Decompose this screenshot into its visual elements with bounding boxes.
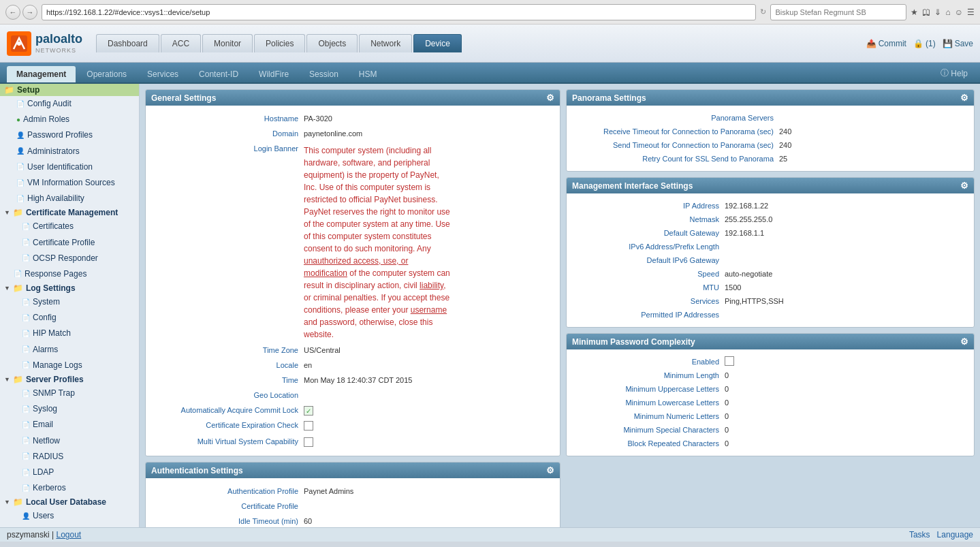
- main-layout: 📁 Setup 📄 Config Audit ● Admin Roles 👤 P…: [0, 84, 980, 527]
- sidebar-item-ocsp[interactable]: 📄 OCSP Responder: [0, 251, 139, 266]
- address-bar[interactable]: [42, 4, 756, 20]
- sidebar-item-system[interactable]: 📄 System: [0, 294, 139, 310]
- min-special-row: Minimum Special Characters 0: [575, 423, 966, 437]
- sidebar-item-hip-match[interactable]: 📄 HIP Match: [0, 326, 139, 341]
- sidebar-item-config[interactable]: 📄 Config: [0, 310, 139, 326]
- panels-row-1: General Settings ⚙ Hostname PA-3020 Doma…: [145, 89, 975, 456]
- help-button[interactable]: ⓘ Help: [935, 64, 973, 82]
- pano-recv-row: Receive Timeout for Connection to Panora…: [575, 125, 966, 138]
- sidebar-item-cert-profile[interactable]: 📄 Certificate Profile: [0, 235, 139, 251]
- sidebar-item-password-profiles[interactable]: 👤 Password Profiles: [0, 127, 139, 143]
- enabled-checkbox[interactable]: [725, 356, 734, 366]
- sidebar-item-netflow[interactable]: 📄 Netflow: [0, 433, 139, 449]
- sidebar-item-snmp-trap[interactable]: 📄 SNMP Trap: [0, 386, 139, 401]
- time-row: Time Mon May 18 12:40:37 CDT 2015: [154, 373, 552, 388]
- cert-profile-row: Certificate Profile: [154, 499, 552, 514]
- sidebar-item-local-user-db[interactable]: ▼ 📁 Local User Database: [0, 496, 139, 508]
- emoji-icon[interactable]: ☺: [955, 7, 963, 17]
- geo-row: Geo Location: [154, 388, 552, 403]
- sidebar-item-administrators[interactable]: 👤 Administrators: [0, 144, 139, 159]
- sidebar-item-radius[interactable]: 📄 RADIUS: [0, 449, 139, 465]
- menu-icon[interactable]: ☰: [967, 7, 975, 17]
- tab-wildfire[interactable]: WildFire: [249, 66, 298, 82]
- browser-icons: ★ 🕮 ⇓ ⌂ ☺ ☰: [911, 7, 975, 17]
- tab-operations[interactable]: Operations: [77, 66, 136, 82]
- sidebar-item-vm-info[interactable]: 📄 VM Information Sources: [0, 175, 139, 191]
- permitted-ip-label: Permitted IP Addresses: [575, 311, 725, 319]
- min-password-gear[interactable]: ⚙: [960, 337, 968, 347]
- back-button[interactable]: ←: [5, 5, 20, 20]
- locale-value: en: [304, 360, 552, 369]
- time-value: Mon May 18 12:40:37 CDT 2015: [304, 375, 552, 384]
- panorama-gear[interactable]: ⚙: [960, 93, 968, 103]
- sidebar-item-admin-roles[interactable]: ● Admin Roles: [0, 112, 139, 127]
- nav-tab-device[interactable]: Device: [413, 34, 462, 52]
- logo-text: paloalto NETWORKS: [35, 32, 82, 54]
- tab-session[interactable]: Session: [300, 66, 348, 82]
- auto-acquire-row: Automatically Acquire Commit Lock ✓: [154, 403, 552, 418]
- tab-hsm[interactable]: HSM: [349, 66, 387, 82]
- download-icon[interactable]: ⇓: [934, 7, 941, 17]
- sidebar-item-ldap[interactable]: 📄 LDAP: [0, 465, 139, 480]
- language-link[interactable]: Language: [937, 530, 973, 540]
- lock-button[interactable]: 🔒 (1): [913, 39, 936, 48]
- nav-tab-acc[interactable]: ACC: [161, 34, 201, 52]
- nav-tab-dashboard[interactable]: Dashboard: [96, 34, 159, 52]
- sidebar-item-server-profiles[interactable]: ▼ 📁 Server Profiles: [0, 373, 139, 386]
- sidebar-item-kerberos[interactable]: 📄 Kerberos: [0, 480, 139, 496]
- commit-button[interactable]: 📤 Commit: [866, 39, 906, 48]
- sidebar-item-email[interactable]: 📄 Email: [0, 417, 139, 433]
- sidebar-item-users[interactable]: 👤 Users: [0, 508, 139, 524]
- footer-user: pszymanski: [7, 530, 50, 540]
- tab-services[interactable]: Services: [138, 66, 188, 82]
- sidebar-item-cert-mgmt[interactable]: ▼ 📁 Certificate Management: [0, 206, 139, 219]
- mtu-label: MTU: [575, 283, 725, 292]
- save-button[interactable]: 💾 Save: [943, 39, 973, 48]
- brand-name: paloalto: [35, 32, 82, 47]
- auth-settings-gear[interactable]: ⚙: [546, 465, 554, 475]
- sidebar-item-certificates[interactable]: 📄 Certificates: [0, 219, 139, 234]
- cert-prof-icon: 📄: [22, 237, 30, 248]
- pano-send-label: Send Timeout for Connection to Panorama …: [575, 141, 779, 149]
- panorama-settings-panel: Panorama Settings ⚙ Panorama Servers Rec…: [566, 89, 975, 172]
- tab-content-id[interactable]: Content-ID: [189, 66, 248, 82]
- cert-expiry-checkbox[interactable]: [304, 421, 313, 431]
- tab-management[interactable]: Management: [7, 66, 76, 82]
- forward-button[interactable]: →: [22, 5, 37, 20]
- nav-tab-network[interactable]: Network: [359, 34, 412, 52]
- auth-profile-value: Paynet Admins: [304, 486, 552, 495]
- general-settings-gear[interactable]: ⚙: [546, 93, 554, 103]
- sidebar-item-syslog[interactable]: 📄 Syslog: [0, 401, 139, 417]
- mgmt-gear[interactable]: ⚙: [960, 181, 968, 191]
- min-numeric-row: Minimum Numeric Letters 0: [575, 409, 966, 423]
- ocsp-icon: 📄: [22, 253, 30, 264]
- search-bar[interactable]: [770, 4, 906, 20]
- nav-tab-policies[interactable]: Policies: [254, 34, 305, 52]
- sidebar-item-alarms[interactable]: 📄 Alarms: [0, 342, 139, 358]
- nav-tab-objects[interactable]: Objects: [306, 34, 358, 52]
- sidebar-item-high-availability[interactable]: 📄 High Availability: [0, 191, 139, 206]
- star-icon[interactable]: ★: [911, 7, 918, 17]
- locale-row: Locale en: [154, 358, 552, 373]
- home-icon[interactable]: ⌂: [945, 7, 950, 17]
- min-numeric-label: Minimum Numeric Letters: [575, 412, 725, 420]
- auto-acquire-checkbox[interactable]: ✓: [304, 406, 313, 416]
- logout-link[interactable]: Logout: [56, 530, 81, 540]
- reload-button[interactable]: ↻: [760, 7, 766, 16]
- sidebar-item-manage-logs[interactable]: 📄 Manage Logs: [0, 358, 139, 373]
- sidebar-item-setup[interactable]: 📁 Setup: [0, 84, 139, 96]
- sidebar-item-response-pages[interactable]: 📄 Response Pages: [0, 266, 139, 282]
- nav-tab-monitor[interactable]: Monitor: [202, 34, 253, 52]
- bookmark-icon[interactable]: 🕮: [922, 7, 930, 17]
- sidebar-item-log-settings[interactable]: ▼ 📁 Log Settings: [0, 282, 139, 294]
- min-special-label: Minimum Special Characters: [575, 426, 725, 434]
- mtu-value: 1500: [725, 283, 765, 292]
- mgmt-body: IP Address 192.168.1.22 Netmask 255.255.…: [567, 193, 974, 327]
- timezone-value: US/Central: [304, 345, 552, 354]
- tasks-link[interactable]: Tasks: [909, 530, 930, 540]
- sidebar-item-user-groups[interactable]: 👥 User Groups: [0, 525, 139, 528]
- sidebar-item-user-identification[interactable]: 📄 User Identification: [0, 159, 139, 175]
- sidebar-item-config-audit[interactable]: 📄 Config Audit: [0, 96, 139, 112]
- time-label: Time: [154, 375, 304, 384]
- multi-vsys-checkbox[interactable]: [304, 437, 313, 447]
